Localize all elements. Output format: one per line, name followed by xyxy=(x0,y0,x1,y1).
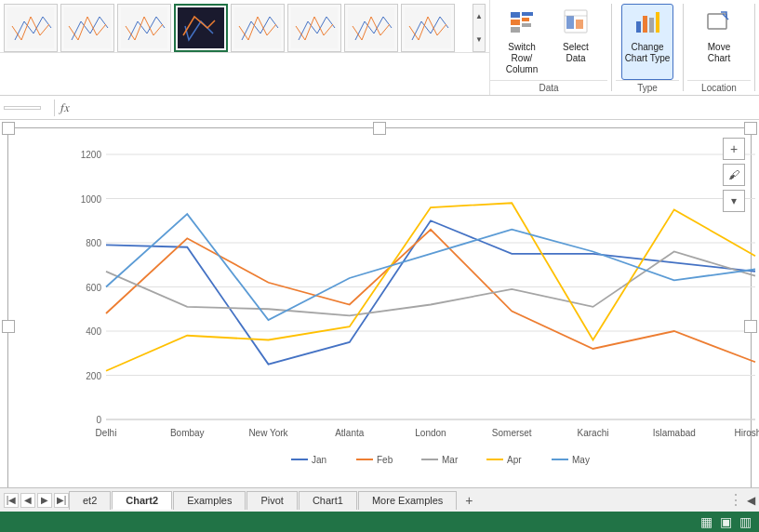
svg-text:New York: New York xyxy=(248,428,288,438)
formula-separator xyxy=(54,100,55,116)
sheet-tab-list: et2Chart2ExamplesPivotChart1More Example… xyxy=(69,491,458,510)
switch-row-col-label: Switch Row/Column xyxy=(499,42,545,75)
svg-rect-18 xyxy=(643,16,647,33)
ribbon: ▲ ▼ Switch Row/Column SelectDataData Cha… xyxy=(0,0,759,96)
svg-rect-17 xyxy=(636,21,641,33)
chart-container: + 🖌 ▾ 020040060080010001200DelhiBombayNe… xyxy=(7,127,752,487)
handle-mr[interactable] xyxy=(744,320,757,333)
add-sheet-btn[interactable]: + xyxy=(458,490,480,511)
svg-text:Somerset: Somerset xyxy=(492,428,532,438)
sheet-tabs: |◀ ◀ ▶ ▶| et2Chart2ExamplesPivotChart1Mo… xyxy=(0,487,759,512)
formula-bar: 𝑓𝑥 xyxy=(0,96,759,120)
scroll-dots: ⋮ xyxy=(728,491,743,509)
handle-tl[interactable] xyxy=(2,122,15,135)
scroll-down-btn[interactable]: ▼ xyxy=(475,36,483,44)
page-break-btn[interactable]: ▥ xyxy=(739,514,752,529)
chart-style-5[interactable] xyxy=(231,4,285,52)
sheet-tab-moreexamples[interactable]: More Examples xyxy=(358,491,457,510)
chart-style-7[interactable] xyxy=(344,4,398,52)
main-area: + 🖌 ▾ 020040060080010001200DelhiBombayNe… xyxy=(0,120,759,487)
svg-rect-1 xyxy=(64,7,111,48)
chart-style-btn[interactable]: 🖌 xyxy=(723,164,745,186)
svg-text:London: London xyxy=(415,428,446,438)
ribbon-styles-section: ▲ ▼ xyxy=(0,0,489,95)
chart-style-3[interactable] xyxy=(117,4,171,52)
tab-navigation: |◀ ◀ ▶ ▶| xyxy=(4,493,69,508)
chart-filter-btn[interactable]: ▾ xyxy=(723,190,745,212)
name-box[interactable] xyxy=(4,106,41,110)
svg-text:Bombay: Bombay xyxy=(170,428,205,438)
move-chart-btn[interactable]: MoveChart xyxy=(693,4,745,80)
svg-text:Atlanta: Atlanta xyxy=(335,428,365,438)
svg-text:200: 200 xyxy=(86,371,101,381)
svg-rect-19 xyxy=(649,18,654,33)
ribbon-group-location-label: Location xyxy=(687,80,751,95)
formula-input[interactable] xyxy=(73,102,755,113)
svg-text:Apr: Apr xyxy=(507,455,522,465)
change-chart-type-icon xyxy=(634,8,660,40)
switch-row-col-btn[interactable]: Switch Row/Column xyxy=(496,4,548,80)
status-bar: ▦ ▣ ▥ xyxy=(0,512,759,532)
chart-style-6[interactable] xyxy=(287,4,341,52)
svg-text:Feb: Feb xyxy=(377,455,393,465)
svg-rect-21 xyxy=(708,14,726,29)
add-chart-element-btn[interactable]: + xyxy=(723,138,745,160)
normal-view-btn[interactable]: ▦ xyxy=(700,514,712,529)
ribbon-scroll[interactable]: ▲ ▼ xyxy=(473,4,486,52)
tab-next-btn[interactable]: ▶ xyxy=(37,493,52,508)
ribbon-top-section: ▲ ▼ Switch Row/Column SelectDataData Cha… xyxy=(0,0,759,95)
svg-rect-11 xyxy=(522,12,533,16)
scroll-up-btn[interactable]: ▲ xyxy=(475,13,483,20)
move-chart-icon xyxy=(706,8,732,40)
svg-rect-5 xyxy=(291,7,338,48)
svg-text:800: 800 xyxy=(86,238,101,248)
tab-prev-btn[interactable]: ◀ xyxy=(20,493,35,508)
chart-style-1[interactable] xyxy=(4,4,58,52)
ribbon-group-data: Switch Row/Column SelectDataData xyxy=(490,0,607,95)
sheet-tab-et2[interactable]: et2 xyxy=(69,491,111,510)
svg-rect-15 xyxy=(566,16,574,29)
handle-tm[interactable] xyxy=(373,122,386,135)
chart-style-4[interactable] xyxy=(174,4,228,52)
change-chart-type-label: ChangeChart Type xyxy=(625,42,671,64)
svg-text:Delhi: Delhi xyxy=(96,428,117,438)
sheet-tab-chart2[interactable]: Chart2 xyxy=(112,491,172,510)
ribbon-group-type-buttons: ChangeChart Type xyxy=(616,0,679,80)
sheet-tab-examples[interactable]: Examples xyxy=(173,491,246,510)
handle-tr[interactable] xyxy=(744,122,757,135)
tab-last-btn[interactable]: ▶| xyxy=(54,493,69,508)
svg-text:Mar: Mar xyxy=(442,455,459,465)
ribbon-buttons-section: Switch Row/Column SelectDataData ChangeC… xyxy=(489,0,759,95)
page-layout-btn[interactable]: ▣ xyxy=(720,514,732,529)
handle-ml[interactable] xyxy=(2,320,15,333)
sheet-tab-chart1[interactable]: Chart1 xyxy=(299,491,357,510)
svg-rect-13 xyxy=(522,23,531,27)
chart-action-buttons: + 🖌 ▾ xyxy=(723,138,745,212)
move-chart-label: MoveChart xyxy=(708,42,730,64)
svg-text:1000: 1000 xyxy=(81,194,102,205)
change-chart-type-btn[interactable]: ChangeChart Type xyxy=(621,4,673,80)
ribbon-group-type: ChangeChart TypeType xyxy=(616,0,679,95)
svg-text:Islamabad: Islamabad xyxy=(653,428,696,438)
scroll-left-icon: ◀ xyxy=(747,494,755,507)
ribbon-styles-row: ▲ ▼ xyxy=(0,0,489,53)
svg-text:400: 400 xyxy=(86,326,101,337)
select-data-btn[interactable]: SelectData xyxy=(550,4,602,80)
chart-style-2[interactable] xyxy=(60,4,114,52)
ribbon-group-location-buttons: MoveChart xyxy=(687,0,751,80)
svg-rect-3 xyxy=(178,7,224,48)
chart-style-8[interactable] xyxy=(401,4,455,52)
svg-rect-6 xyxy=(348,7,394,48)
switch-row-col-icon xyxy=(509,8,535,40)
tab-first-btn[interactable]: |◀ xyxy=(4,493,19,508)
sheet-tab-pivot[interactable]: Pivot xyxy=(246,491,297,510)
ribbon-separator xyxy=(754,4,755,91)
ribbon-separator xyxy=(611,4,612,91)
svg-text:Hiroshima: Hiroshima xyxy=(734,428,759,438)
svg-rect-8 xyxy=(511,12,520,18)
chart-inner: 020040060080010001200DelhiBombayNew York… xyxy=(8,128,751,487)
svg-text:Karachi: Karachi xyxy=(578,428,609,438)
chart-svg-inner: 020040060080010001200DelhiBombayNew York… xyxy=(55,145,759,466)
svg-rect-4 xyxy=(234,7,281,48)
svg-rect-7 xyxy=(405,7,451,48)
